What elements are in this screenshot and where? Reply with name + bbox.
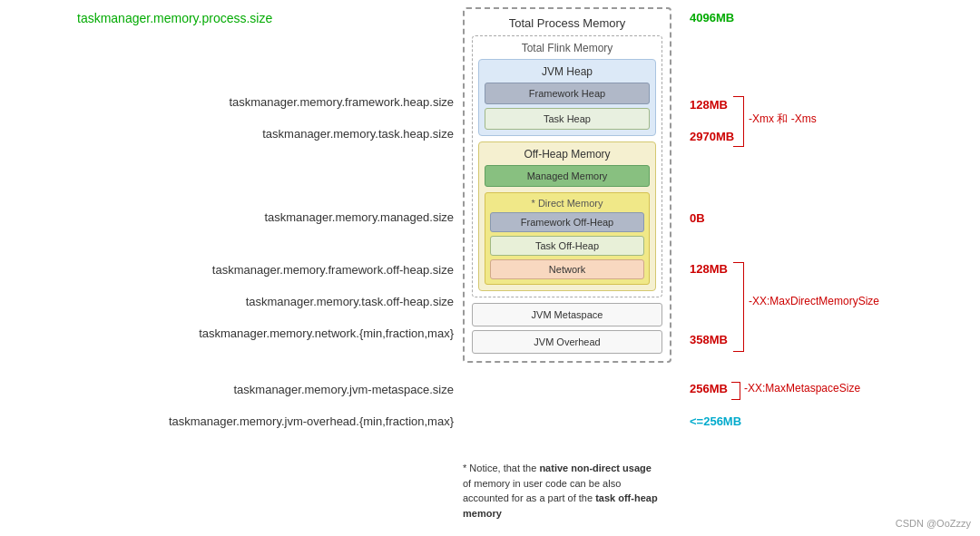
- max-direct-annotation: -XX:MaxDirectMemorySize: [749, 295, 879, 307]
- task-offheap-box: Task Off-Heap: [490, 236, 644, 256]
- total-process-memory-box: Total Process Memory Total Flink Memory …: [463, 7, 671, 363]
- notice-text: * Notice, that the native non-direct usa…: [463, 461, 662, 521]
- task-heap-label: taskmanager.memory.task.heap.size: [9, 127, 454, 141]
- jvm-overhead-box: JVM Overhead: [472, 330, 662, 354]
- process-size-value: 4096MB: [690, 11, 734, 24]
- task-heap-box: Task Heap: [485, 108, 650, 130]
- jvm-metaspace-box: JVM Metaspace: [472, 303, 662, 326]
- diagram-container: taskmanager.memory.process.size taskmana…: [0, 0, 980, 536]
- jvm-heap-title: JVM Heap: [485, 65, 650, 78]
- framework-heap-value: 128MB: [690, 98, 728, 112]
- overhead-label: taskmanager.memory.jvm-overhead.{min,fra…: [9, 414, 454, 428]
- managed-label: taskmanager.memory.managed.size: [9, 210, 454, 224]
- offheap-box: Off-Heap Memory Managed Memory * Direct …: [478, 141, 656, 291]
- managed-value: 0B: [690, 211, 705, 225]
- process-size-label: taskmanager.memory.process.size: [77, 11, 272, 25]
- framework-heap-box: Framework Heap: [485, 83, 650, 104]
- total-process-title: Total Process Memory: [472, 16, 662, 30]
- xmx-bracket: [733, 96, 744, 147]
- offheap-title: Off-Heap Memory: [485, 148, 650, 161]
- framework-offheap-label: taskmanager.memory.framework.off-heap.si…: [9, 263, 454, 277]
- watermark: CSDN @OoZzzy: [896, 518, 971, 529]
- framework-heap-label: taskmanager.memory.framework.heap.size: [9, 95, 454, 109]
- direct-memory-bracket: [733, 262, 744, 352]
- managed-memory-box: Managed Memory: [485, 165, 650, 187]
- metaspace-value: 256MB: [690, 382, 728, 395]
- xmx-annotation: -Xmx 和 -Xms: [749, 112, 817, 127]
- task-offheap-label: taskmanager.memory.task.off-heap.size: [9, 295, 454, 308]
- metaspace-label: taskmanager.memory.jvm-metaspace.size: [9, 383, 454, 396]
- notice-content: * Notice, that the native non-direct usa…: [463, 463, 658, 519]
- framework-offheap-box: Framework Off-Heap: [490, 212, 644, 232]
- direct-memory-title: * Direct Memory: [490, 198, 644, 209]
- overhead-value: <=256MB: [690, 414, 741, 428]
- direct-memory-box: * Direct Memory Framework Off-Heap Task …: [485, 192, 650, 285]
- jvm-heap-box: JVM Heap Framework Heap Task Heap: [478, 59, 656, 136]
- total-flink-memory-box: Total Flink Memory JVM Heap Framework He…: [472, 35, 662, 297]
- task-heap-value: 2970MB: [690, 130, 734, 143]
- metaspace-bracket: [731, 382, 740, 400]
- center-diagram: Total Process Memory Total Flink Memory …: [463, 7, 671, 363]
- max-metaspace-annotation: -XX:MaxMetaspaceSize: [744, 382, 860, 395]
- network-box: Network: [490, 259, 644, 279]
- network-value: 358MB: [690, 333, 728, 346]
- flink-memory-title: Total Flink Memory: [478, 42, 656, 54]
- network-label: taskmanager.memory.network.{min,fraction…: [9, 326, 454, 340]
- framework-offheap-value: 128MB: [690, 262, 728, 276]
